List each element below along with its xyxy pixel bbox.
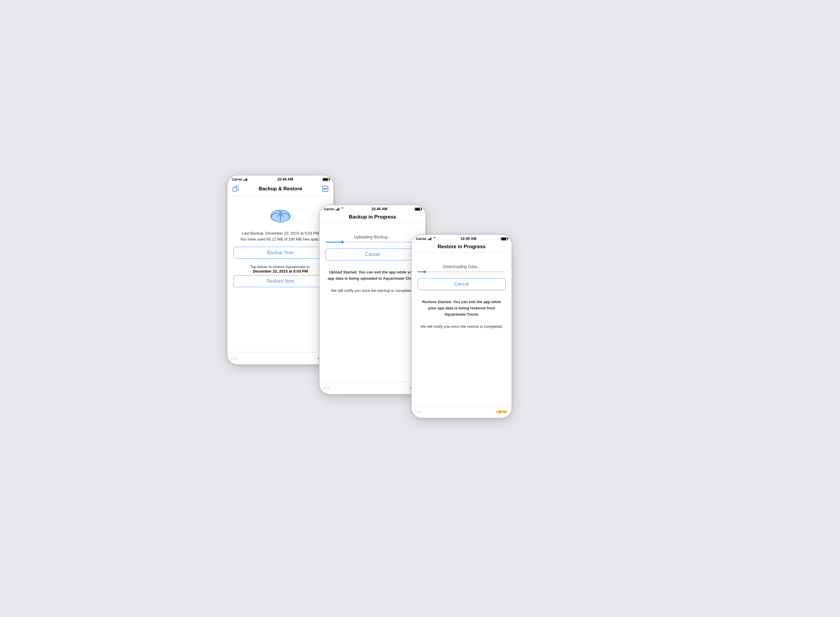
storage-info-text: You have used 68.12 MB of 100 MB free sp… — [240, 236, 321, 242]
svg-point-4 — [325, 189, 326, 189]
status-carrier-1: Carrier — [232, 177, 248, 181]
carrier-label-1: Carrier — [232, 177, 243, 181]
progress-section-2: Uploading Backup... — [325, 235, 419, 243]
svg-marker-25 — [496, 410, 497, 413]
version-2: v 7.0 — [323, 387, 330, 390]
cloud-icon — [267, 205, 294, 227]
status-bar-3: Carrier 10:45 AM — [412, 235, 512, 242]
carrier-label-2: Carrier — [324, 207, 334, 211]
screen1-backup-restore: Carrier 10:44 AM Backup & Restore — [227, 175, 334, 365]
svg-point-5 — [326, 189, 327, 189]
battery-icon-2 — [415, 208, 421, 211]
signal-spin-2 — [341, 208, 344, 211]
status-carrier-2: Carrier — [324, 207, 344, 211]
nav-title-3: Restore in Progress — [424, 244, 499, 250]
nav-bar-1: Backup & Restore — [228, 183, 333, 196]
status-right-1 — [322, 178, 329, 181]
progress-bar-3 — [418, 272, 506, 272]
screen2-backup-progress: Carrier 10:46 AM Backup in Progress Uplo… — [319, 205, 426, 395]
screen3-restore-progress: Carrier 10:45 AM Restore in Progress Dow… — [411, 234, 512, 418]
progress-fill-3 — [418, 272, 425, 272]
status-time-3: 10:45 AM — [460, 237, 476, 241]
notice-2: Upload Started. You can exit the app whi… — [325, 269, 419, 294]
status-carrier-3: Carrier — [416, 237, 436, 241]
status-right-3 — [501, 237, 507, 241]
notice-normal-3: We will notify you once the restore is c… — [418, 324, 506, 330]
battery-icon-3 — [501, 237, 507, 241]
battery-icon-1 — [322, 178, 329, 181]
svg-point-24 — [497, 410, 502, 413]
cancel-button-2[interactable]: Cancel — [325, 248, 419, 260]
progress-fill-2 — [325, 242, 343, 243]
screen3-content: Downloading Data... Cancel Restore Start… — [412, 252, 512, 406]
screen3-footer: v 7.0 — [412, 406, 512, 418]
backup-info: Last Backup: December 22, 2015 at 5:03 P… — [240, 230, 321, 242]
nav-bar-3: Restore in Progress — [412, 242, 512, 252]
screen2-content: Uploading Backup... Cancel Upload Starte… — [319, 223, 425, 382]
wifi-icon-3 — [428, 237, 432, 240]
svg-marker-28 — [507, 410, 508, 413]
carrier-label-3: Carrier — [416, 237, 426, 241]
notice-normal-2: We will notify you once the backup is co… — [325, 288, 419, 294]
progress-section-3: Downloading Data... — [418, 264, 506, 272]
backup-now-button[interactable]: Backup Now — [234, 247, 327, 258]
signal-spin-3 — [433, 237, 436, 240]
cancel-button-3[interactable]: Cancel — [418, 278, 506, 290]
svg-point-29 — [503, 410, 503, 411]
svg-point-26 — [501, 410, 501, 411]
restore-section: Tap below to restore Aquarimate to: Dece… — [250, 264, 311, 273]
restore-date-text: December 22, 2015 at 5:03 PM — [250, 269, 311, 273]
duplicate-icon-btn[interactable] — [231, 185, 240, 193]
svg-rect-1 — [233, 187, 237, 192]
status-bar-2: Carrier 10:46 AM — [319, 205, 425, 212]
nav-title-2: Backup in Progress — [332, 214, 413, 220]
restore-prompt-text: Tap below to restore Aquarimate to: — [250, 264, 311, 269]
screens-container: Carrier 10:44 AM Backup & Restore — [227, 175, 613, 442]
version-1: v 7.0 — [231, 357, 238, 360]
nav-bar-2: Backup in Progress — [319, 212, 425, 223]
wifi-icon-2 — [336, 208, 340, 211]
status-time-1: 10:44 AM — [277, 177, 293, 182]
notice-3: Restore Started. You can exit the app wh… — [418, 299, 506, 330]
nav-title-1: Backup & Restore — [240, 186, 321, 192]
screen1-footer: v 7.0 — [228, 352, 333, 364]
fish-logo-3 — [496, 408, 508, 416]
restore-now-button[interactable]: Restore Now — [234, 275, 327, 287]
notice-bold-3: Restore Started. You can exit the app wh… — [422, 300, 501, 316]
wifi-icon-1 — [244, 178, 248, 181]
last-backup-text: Last Backup: December 22, 2015 at 5:03 P… — [240, 230, 321, 236]
notice-bold-2: Upload Started. You can exit the app whi… — [328, 270, 417, 280]
status-time-2: 10:46 AM — [371, 207, 387, 211]
progress-label-2: Uploading Backup... — [325, 235, 419, 239]
menu-icon-btn[interactable] — [321, 185, 330, 193]
svg-point-3 — [324, 189, 325, 189]
version-3: v 7.0 — [415, 410, 422, 413]
progress-label-3: Downloading Data... — [418, 264, 506, 269]
progress-bar-2 — [325, 242, 419, 243]
status-bar-1: Carrier 10:44 AM — [228, 176, 333, 183]
status-right-2 — [415, 208, 421, 211]
screen2-footer: v 7.0 — [319, 382, 425, 394]
screen1-content: Last Backup: December 22, 2015 at 5:03 P… — [228, 196, 333, 352]
